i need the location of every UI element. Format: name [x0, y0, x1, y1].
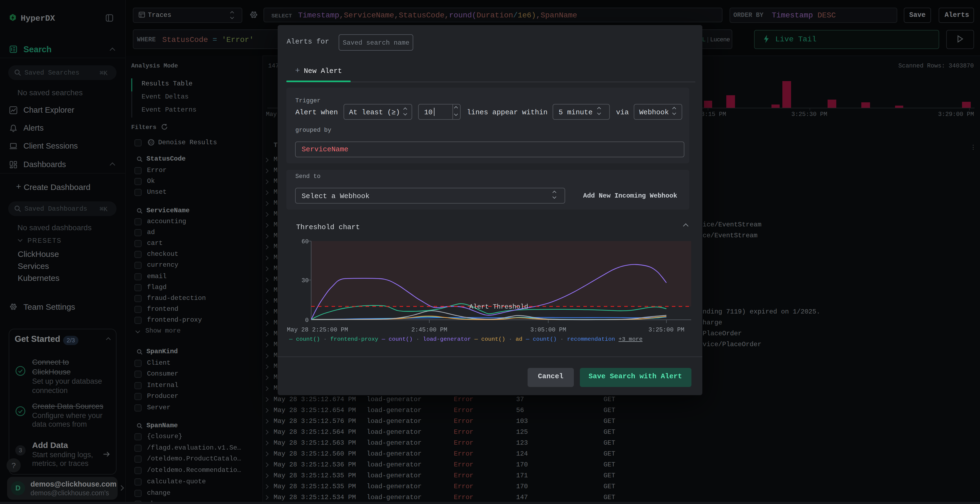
svg-text:3:25:00 PM: 3:25:00 PM — [648, 327, 684, 333]
svg-text:60: 60 — [302, 238, 309, 245]
svg-text:Alert Threshold: Alert Threshold — [469, 303, 528, 310]
svg-text:3:05:00 PM: 3:05:00 PM — [530, 327, 566, 333]
svg-text:0: 0 — [305, 317, 309, 324]
svg-text:30: 30 — [302, 277, 309, 284]
svg-text:2:45:00 PM: 2:45:00 PM — [411, 327, 447, 333]
svg-text:May 28 2:25:00 PM: May 28 2:25:00 PM — [287, 327, 348, 333]
